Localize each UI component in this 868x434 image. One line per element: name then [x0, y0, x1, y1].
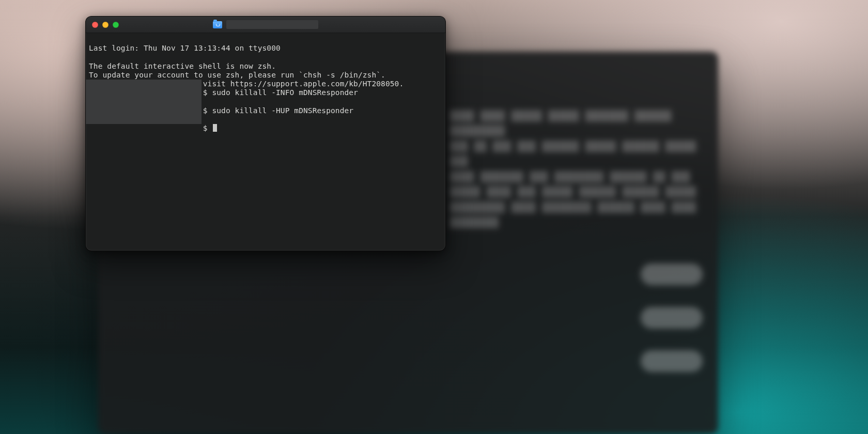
zoom-icon[interactable]: [113, 22, 119, 28]
terminal-line: Last login: Thu Nov 17 13:13:44 on ttys0…: [89, 44, 281, 52]
terminal-line: The default interactive shell is now zsh…: [89, 62, 276, 70]
prompt-hostname-redacted: [86, 80, 202, 124]
minimize-icon[interactable]: [102, 22, 109, 28]
close-icon[interactable]: [92, 22, 98, 28]
terminal-window[interactable]: Last login: Thu Nov 17 13:13:44 on ttys0…: [85, 16, 446, 251]
background-pill-buttons: [641, 264, 703, 394]
prompt-row: $: [89, 124, 217, 132]
terminal-cursor: [213, 124, 217, 132]
window-title: [86, 20, 445, 29]
window-titlebar[interactable]: [86, 17, 445, 33]
terminal-line: To update your account to use zsh, pleas…: [89, 71, 385, 79]
window-title-redacted: [226, 20, 318, 29]
folder-icon: [213, 21, 222, 28]
background-blurred-text: ████ ████ █████ █████ ███████ ██████ ███…: [450, 109, 698, 230]
traffic-lights: [92, 22, 119, 28]
terminal-body[interactable]: Last login: Thu Nov 17 13:13:44 on ttys0…: [86, 33, 445, 164]
